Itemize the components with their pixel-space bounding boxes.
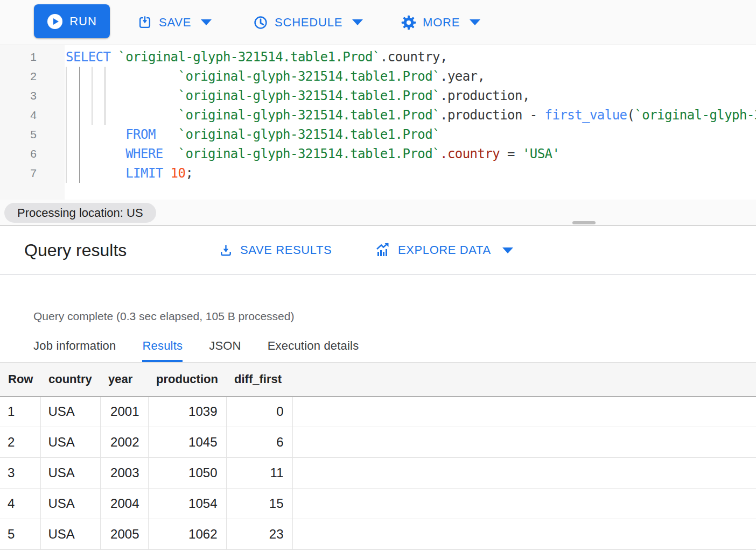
save-results-label: SAVE RESULTS xyxy=(240,243,332,257)
caret-down-icon xyxy=(470,19,480,25)
run-label: RUN xyxy=(69,15,97,29)
column-header-diff_first: diff_first xyxy=(226,363,292,397)
cell-diff_first: 23 xyxy=(226,519,292,550)
query-status-text: Query complete (0.3 sec elapsed, 105 B p… xyxy=(0,309,756,323)
download-icon xyxy=(219,243,233,258)
code-text: WHERE `original-glyph-321514.table1.Prod… xyxy=(37,144,559,164)
clock-icon xyxy=(253,15,268,30)
table-row: 3USA2003105011 xyxy=(0,458,756,489)
cell-year: 2001 xyxy=(100,397,148,427)
code-text: LIMIT 10; xyxy=(37,164,193,183)
tab-json[interactable]: JSON xyxy=(209,338,241,362)
explore-data-label: EXPLORE DATA xyxy=(398,243,491,257)
cell-production: 1050 xyxy=(148,458,226,489)
cell-diff_first: 6 xyxy=(226,427,292,458)
save-button[interactable]: SAVE xyxy=(137,0,212,45)
cell-diff_first: 0 xyxy=(226,397,292,427)
code-line: 4 `original-glyph-321514.table1.Prod`.pr… xyxy=(0,105,756,125)
cell-country: USA xyxy=(40,489,100,519)
caret-down-icon xyxy=(502,247,513,253)
run-button[interactable]: RUN xyxy=(34,4,110,38)
more-label: MORE xyxy=(423,16,460,30)
table-row: 2USA200210456 xyxy=(0,427,756,458)
schedule-label: SCHEDULE xyxy=(275,16,342,30)
results-table-header-row: Rowcountryyearproductiondiff_first xyxy=(0,363,756,397)
code-line: 7 LIMIT 10; xyxy=(0,164,756,183)
caret-down-icon xyxy=(352,19,363,25)
tab-execution-details[interactable]: Execution details xyxy=(268,338,359,362)
table-row: 4USA2004105415 xyxy=(0,489,756,519)
column-header-row: Row xyxy=(0,363,40,397)
cell-year: 2002 xyxy=(100,427,148,458)
panel-resize-handle[interactable] xyxy=(572,221,596,224)
cell-country: USA xyxy=(40,519,100,550)
caret-down-icon xyxy=(201,19,212,25)
cell-row: 2 xyxy=(0,427,40,458)
save-box-arrow-icon xyxy=(137,15,152,30)
processing-bar: Processing location: US xyxy=(0,200,756,226)
line-number: 1 xyxy=(0,47,37,67)
cell-diff_first: 15 xyxy=(226,489,292,519)
line-number: 6 xyxy=(0,144,37,164)
query-toolbar: RUN SAVE SCHEDULE xyxy=(0,0,756,45)
tab-results[interactable]: Results xyxy=(142,338,183,362)
code-lines: 1SELECT `original-glyph-321514.table1.Pr… xyxy=(0,47,756,183)
cell-year: 2003 xyxy=(100,458,148,489)
results-table: Rowcountryyearproductiondiff_first 1USA2… xyxy=(0,363,756,550)
tab-job-information[interactable]: Job information xyxy=(33,338,116,362)
results-tab-bar: Job informationResultsJSONExecution deta… xyxy=(0,338,756,363)
processing-location-label: Processing location: US xyxy=(17,206,143,220)
code-text: SELECT `original-glyph-321514.table1.Pro… xyxy=(37,47,447,67)
cell-empty xyxy=(292,519,756,550)
results-panel: Query complete (0.3 sec elapsed, 105 B p… xyxy=(0,275,756,550)
cell-row: 5 xyxy=(0,519,40,550)
query-results-title: Query results xyxy=(24,226,127,274)
query-results-header: Query results SAVE RESULTS xyxy=(0,226,756,275)
cell-production: 1062 xyxy=(148,519,226,550)
line-number: 5 xyxy=(0,125,37,144)
cell-year: 2004 xyxy=(100,489,148,519)
chart-trend-icon xyxy=(375,242,391,258)
cell-empty xyxy=(292,489,756,519)
code-line: 3 `original-glyph-321514.table1.Prod`.pr… xyxy=(0,86,756,105)
cell-year: 2005 xyxy=(100,519,148,550)
save-results-button[interactable]: SAVE RESULTS xyxy=(219,226,332,274)
code-text: `original-glyph-321514.table1.Prod`.year… xyxy=(37,67,485,86)
code-text: `original-glyph-321514.table1.Prod`.prod… xyxy=(37,86,530,105)
table-row: 5USA2005106223 xyxy=(0,519,756,550)
explore-data-button[interactable]: EXPLORE DATA xyxy=(375,226,513,274)
column-header-country: country xyxy=(40,363,100,397)
cell-diff_first: 11 xyxy=(226,458,292,489)
column-header-production: production xyxy=(148,363,226,397)
code-line: 1SELECT `original-glyph-321514.table1.Pr… xyxy=(0,47,756,67)
cell-production: 1045 xyxy=(148,427,226,458)
cell-country: USA xyxy=(40,458,100,489)
line-number: 3 xyxy=(0,86,37,105)
more-button[interactable]: MORE xyxy=(401,0,480,45)
cell-production: 1039 xyxy=(148,397,226,427)
cell-empty xyxy=(292,427,756,458)
line-number: 2 xyxy=(0,67,37,86)
save-label: SAVE xyxy=(159,16,191,30)
play-circle-icon xyxy=(47,13,63,30)
processing-location-chip: Processing location: US xyxy=(4,203,156,223)
cell-country: USA xyxy=(40,397,100,427)
code-text: `original-glyph-321514.table1.Prod`.prod… xyxy=(37,105,756,125)
table-row: 1USA200110390 xyxy=(0,397,756,427)
code-line: 6 WHERE `original-glyph-321514.table1.Pr… xyxy=(0,144,756,164)
code-line: 5 FROM `original-glyph-321514.table1.Pro… xyxy=(0,125,756,144)
cell-country: USA xyxy=(40,427,100,458)
cell-empty xyxy=(292,458,756,489)
line-number: 7 xyxy=(0,164,37,183)
gear-icon xyxy=(401,15,416,30)
cell-row: 4 xyxy=(0,489,40,519)
cell-empty xyxy=(292,397,756,427)
cell-row: 3 xyxy=(0,458,40,489)
code-line: 2 `original-glyph-321514.table1.Prod`.ye… xyxy=(0,67,756,86)
sql-editor[interactable]: 1SELECT `original-glyph-321514.table1.Pr… xyxy=(0,45,756,200)
cell-row: 1 xyxy=(0,397,40,427)
line-number: 4 xyxy=(0,105,37,125)
cell-production: 1054 xyxy=(148,489,226,519)
schedule-button[interactable]: SCHEDULE xyxy=(253,0,363,45)
column-header-year: year xyxy=(100,363,148,397)
